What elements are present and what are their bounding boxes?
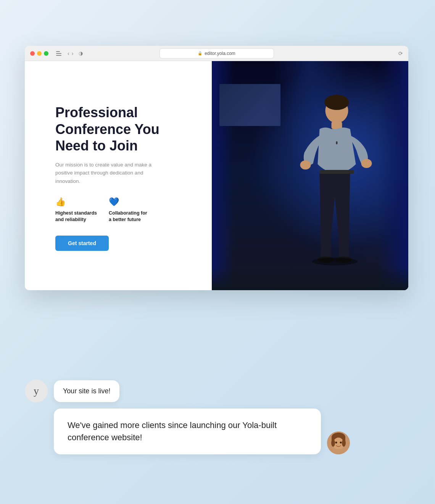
user-avatar — [327, 431, 350, 454]
svg-point-20 — [331, 439, 335, 447]
minimize-button[interactable] — [37, 51, 42, 56]
conference-image — [212, 61, 408, 290]
browser-window: ‹ › ◑ 🔒 editor.yola.com ⟳ Professional C… — [25, 46, 408, 290]
nav-arrows: ‹ › — [68, 51, 73, 56]
yola-logo: y — [25, 380, 48, 402]
svg-point-4 — [361, 159, 372, 168]
svg-rect-6 — [321, 229, 331, 260]
chat-row-first: y Your site is live! — [25, 380, 387, 402]
svg-point-10 — [325, 95, 349, 110]
browser-content: Professional Conference You Need to Join… — [25, 61, 408, 290]
feature-2-text: Collaborating for a better future — [109, 210, 151, 223]
feature-1: 👍 Highest standards and reliability — [55, 197, 97, 223]
chat-row-second: We've gained more clients since launchin… — [25, 409, 387, 454]
hero-title: Professional Conference You Need to Join — [55, 104, 193, 154]
forward-button[interactable]: › — [72, 51, 74, 56]
svg-rect-19 — [336, 449, 341, 454]
lock-icon: 🔒 — [198, 51, 202, 55]
svg-point-3 — [300, 160, 311, 170]
chat-section: y Your site is live! We've gained more c… — [25, 380, 387, 454]
avatar-image — [327, 431, 350, 454]
reload-button[interactable]: ⟳ — [398, 50, 403, 57]
sidebar-toggle-icon[interactable] — [56, 51, 61, 56]
chat-bubble-live: Your site is live! — [54, 380, 119, 402]
close-button[interactable] — [30, 51, 35, 56]
svg-rect-0 — [219, 61, 402, 290]
left-panel: Professional Conference You Need to Join… — [25, 61, 212, 290]
speaker-figure — [212, 61, 408, 290]
back-button[interactable]: ‹ — [68, 51, 69, 56]
traffic-lights — [30, 51, 48, 56]
svg-point-18 — [340, 442, 342, 444]
brightness-icon: ◑ — [79, 50, 83, 56]
svg-rect-7 — [339, 229, 349, 260]
chat-bubble-testimonial: We've gained more clients since launchin… — [54, 409, 321, 454]
maximize-button[interactable] — [44, 51, 48, 56]
feature-2: 💙 Collaborating for a better future — [109, 197, 151, 223]
get-started-button[interactable]: Get started — [55, 236, 109, 251]
heart-icon: 💙 — [109, 197, 151, 207]
hero-subtitle: Our mission is to create value and make … — [55, 161, 162, 186]
address-bar[interactable]: 🔒 editor.yola.com — [160, 48, 274, 58]
svg-rect-11 — [336, 141, 338, 144]
thumbs-up-icon: 👍 — [55, 197, 97, 207]
feature-1-text: Highest standards and reliability — [55, 210, 97, 223]
svg-point-17 — [335, 442, 337, 444]
url-text: editor.yola.com — [205, 51, 235, 56]
features-row: 👍 Highest standards and reliability 💙 Co… — [55, 197, 193, 223]
svg-rect-5 — [320, 170, 354, 174]
svg-point-12 — [312, 258, 358, 265]
browser-chrome: ‹ › ◑ 🔒 editor.yola.com ⟳ — [25, 46, 408, 61]
conference-image-panel — [212, 61, 408, 290]
svg-point-21 — [342, 439, 346, 447]
